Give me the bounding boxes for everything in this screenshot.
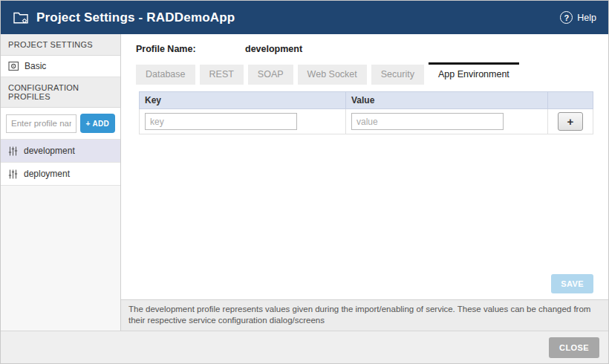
sliders-icon (8, 169, 18, 179)
add-row-button[interactable]: + (558, 112, 583, 131)
save-button[interactable]: SAVE (551, 274, 593, 293)
project-settings-dialog: Project Settings - RADDemoApp ? Help PRO… (0, 0, 609, 364)
info-bar: The development profile represents value… (121, 299, 608, 331)
key-input[interactable] (145, 113, 297, 130)
tab-soap[interactable]: SOAP (248, 65, 293, 85)
dialog-title: Project Settings - RADDemoApp (36, 10, 235, 25)
table-row: + (140, 109, 593, 134)
folder-gear-icon (13, 10, 29, 25)
bottom-bar: CLOSE (1, 331, 608, 363)
help-button[interactable]: ? Help (560, 11, 596, 24)
title-bar: Project Settings - RADDemoApp ? Help (1, 1, 608, 34)
profile-item-label: development (24, 146, 75, 156)
app-environment-panel: Key Value (121, 85, 608, 299)
section-header-project-settings: PROJECT SETTINGS (1, 34, 120, 56)
key-value-table: Key Value (139, 91, 593, 134)
question-mark-icon: ? (560, 11, 573, 24)
profile-item-label: deployment (24, 169, 70, 179)
section-header-configuration-profiles: CONFIGURATION PROFILES (1, 77, 120, 108)
table-header-row: Key Value (140, 92, 593, 109)
tab-bar: Database REST SOAP Web Socket Security A… (121, 64, 608, 85)
help-button-label: Help (577, 13, 596, 23)
column-header-actions (547, 92, 593, 109)
column-header-key: Key (140, 92, 346, 109)
sliders-icon (8, 146, 18, 156)
value-input[interactable] (351, 113, 504, 130)
profile-name-input[interactable] (6, 114, 76, 133)
profile-name-row: Profile Name: development (121, 34, 608, 64)
close-button[interactable]: CLOSE (549, 337, 599, 358)
tab-security[interactable]: Security (371, 65, 424, 85)
profile-item-deployment[interactable]: deployment (1, 163, 120, 186)
add-profile-button[interactable]: + ADD (80, 114, 115, 133)
sidebar-item-basic-label: Basic (25, 61, 46, 71)
profile-name-label: Profile Name: (136, 44, 245, 54)
window-gear-icon (8, 61, 19, 71)
sidebar-filler (1, 186, 120, 331)
add-profile-row: + ADD (1, 108, 120, 140)
tab-database[interactable]: Database (136, 65, 195, 85)
profile-item-development[interactable]: development (1, 140, 120, 163)
sidebar-item-basic[interactable]: Basic (1, 56, 120, 77)
tab-rest[interactable]: REST (200, 65, 244, 85)
column-header-value: Value (346, 92, 548, 109)
main-panel: Profile Name: development Database REST … (121, 34, 608, 331)
profile-name-value: development (245, 44, 302, 54)
sidebar: PROJECT SETTINGS Basic CONFIGURATION PRO… (1, 34, 121, 331)
tab-app-environment[interactable]: App Environment (429, 62, 519, 85)
tab-web-socket[interactable]: Web Socket (298, 65, 367, 85)
